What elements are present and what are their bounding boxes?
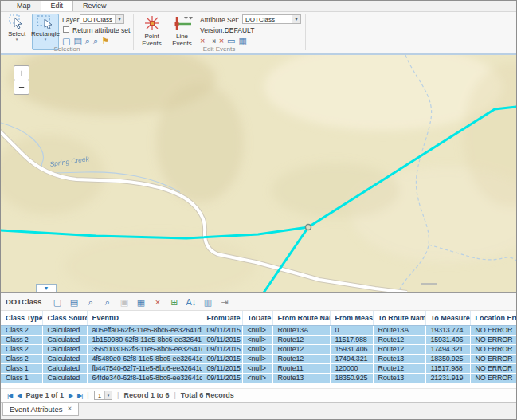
chevron-down-icon[interactable]: ▾: [115, 15, 123, 23]
table-row[interactable]: Class 2Calculated1b159980-62f8-11e5-8bc6…: [1, 335, 516, 344]
table-cell[interactable]: 0: [330, 325, 373, 335]
column-header[interactable]: To Measure: [425, 311, 470, 325]
previous-page-button[interactable]: ◀: [17, 392, 21, 399]
layer-select[interactable]: DOTClass ▾: [80, 14, 124, 24]
column-header[interactable]: ToDate: [242, 311, 272, 325]
table-cell[interactable]: Class 2: [1, 344, 42, 354]
tab-edit[interactable]: Edit: [41, 0, 74, 11]
table-cell[interactable]: <null>: [242, 354, 272, 363]
event-attributes-tab[interactable]: Event Attributes ✕: [2, 403, 79, 416]
selection-list-icon[interactable]: ▤: [73, 36, 81, 45]
table-cell[interactable]: Class 2: [1, 335, 42, 344]
trim-event-icon[interactable]: ×: [219, 36, 224, 45]
table-cell[interactable]: Route13A: [373, 325, 425, 335]
table-cell[interactable]: 356c0030-62f8-11e5-8bc6-ee32641d5ec9: [87, 344, 202, 354]
pan-to-selected-icon[interactable]: ⌕: [100, 295, 115, 309]
table-cell[interactable]: NO ERROR: [470, 335, 516, 344]
route-junction-marker[interactable]: [306, 225, 311, 230]
table-cell[interactable]: NO ERROR: [470, 373, 516, 383]
table-cell[interactable]: <null>: [242, 344, 272, 354]
close-tab-icon[interactable]: ✕: [68, 406, 72, 412]
table-cell[interactable]: Route13: [373, 373, 425, 383]
table-cell[interactable]: Class 2: [1, 325, 42, 335]
pan-to-selection-icon[interactable]: ⌕: [93, 36, 98, 45]
table-cell[interactable]: 09/11/2015: [202, 344, 242, 354]
last-page-button[interactable]: ▶|: [77, 392, 82, 399]
zoom-out-button[interactable]: −: [14, 80, 29, 95]
table-cell[interactable]: NO ERROR: [470, 325, 516, 335]
table-cell[interactable]: <null>: [242, 325, 272, 335]
column-header[interactable]: To Route Name: [373, 311, 425, 325]
table-cell[interactable]: Calculated: [42, 363, 87, 373]
table-cell[interactable]: 18350.925: [330, 373, 373, 383]
table-cell[interactable]: Route12: [373, 335, 425, 344]
table-cell[interactable]: NO ERROR: [470, 363, 516, 373]
first-page-button[interactable]: |◀: [7, 392, 12, 399]
table-cell[interactable]: 1b159980-62f8-11e5-8bc6-ee32641d5ec9: [87, 335, 202, 344]
return-attribute-set-checkbox[interactable]: [63, 26, 69, 33]
attribute-window-icon[interactable]: ▭: [227, 36, 235, 45]
split-event-icon[interactable]: ⇥: [208, 36, 215, 45]
table-cell[interactable]: 64fde340-62f8-11e5-8bc6-ee32641d5ec9: [87, 373, 202, 383]
attribute-set-select[interactable]: DOTClass ▾: [242, 14, 301, 24]
table-cell[interactable]: <null>: [242, 335, 272, 344]
table-cell[interactable]: Calculated: [42, 335, 87, 344]
table-cell[interactable]: 4f5489e0-62f8-11e5-8bc6-ee32641d5ec9: [87, 354, 202, 363]
table-cell[interactable]: <null>: [242, 373, 272, 383]
extent-icon[interactable]: ⇥: [217, 295, 232, 309]
table-cell[interactable]: NO ERROR: [470, 344, 516, 354]
table-cell[interactable]: Class 1: [1, 363, 42, 373]
table-cell[interactable]: 15931.406: [330, 344, 373, 354]
tab-review[interactable]: Review: [73, 0, 116, 11]
table-cell[interactable]: Route12: [272, 354, 330, 363]
table-cell[interactable]: 11517.988: [330, 335, 373, 344]
table-cell[interactable]: 09/11/2015: [202, 354, 242, 363]
clear-selection-icon[interactable]: ×: [150, 295, 165, 309]
table-cell[interactable]: Calculated: [42, 344, 87, 354]
delete-event-icon[interactable]: ×: [200, 36, 205, 45]
table-cell[interactable]: 17494.321: [425, 344, 470, 354]
save-icon[interactable]: ▣: [116, 295, 131, 309]
chevron-down-icon[interactable]: ▾: [104, 391, 112, 399]
table-cell[interactable]: <null>: [242, 363, 272, 373]
column-header[interactable]: Class Source: [42, 311, 87, 325]
table-cell[interactable]: Calculated: [42, 373, 87, 383]
show-attributes-icon[interactable]: ▥: [200, 295, 215, 309]
column-header[interactable]: Location Error: [470, 311, 516, 325]
table-cell[interactable]: 17494.321: [330, 354, 373, 363]
table-row[interactable]: Class 2Calculateda05effa0-62f8-11e5-8bc6…: [1, 325, 516, 335]
table-cell[interactable]: 09/11/2015: [202, 363, 242, 373]
table-cell[interactable]: fb447540-62f7-11e5-8bc6-ee32641d5ec9: [87, 363, 202, 373]
table-cell[interactable]: 11517.988: [425, 363, 470, 373]
options-list-icon[interactable]: ▤: [66, 295, 81, 309]
chevron-down-icon[interactable]: ▾: [292, 15, 300, 23]
column-header[interactable]: From Measure: [330, 311, 373, 325]
table-row[interactable]: Class 2Calculated4f5489e0-62f8-11e5-8bc6…: [1, 354, 516, 363]
tab-map[interactable]: Map: [7, 0, 41, 11]
zoom-to-selection-icon[interactable]: ⌕: [85, 36, 90, 45]
table-row[interactable]: Class 1Calculatedfb447540-62f7-11e5-8bc6…: [1, 363, 516, 373]
column-header[interactable]: From Route Name: [272, 311, 330, 325]
table-cell[interactable]: 15931.406: [425, 335, 470, 344]
table-row[interactable]: Class 2Calculated356c0030-62f8-11e5-8bc6…: [1, 344, 516, 354]
table-cell[interactable]: Route12: [272, 344, 330, 354]
table-row[interactable]: Class 1Calculated64fde340-62f8-11e5-8bc6…: [1, 373, 516, 383]
sort-icon[interactable]: A↓: [183, 295, 198, 309]
map-canvas[interactable]: Spring Creek: [1, 55, 516, 292]
column-header[interactable]: EventID: [87, 311, 202, 325]
zoom-in-button[interactable]: +: [14, 65, 29, 80]
next-page-button[interactable]: ▶: [69, 392, 72, 399]
table-cell[interactable]: Route12: [373, 363, 425, 373]
table-cell[interactable]: Class 1: [1, 373, 42, 383]
table-cell[interactable]: Calculated: [42, 354, 87, 363]
table-cell[interactable]: NO ERROR: [470, 354, 516, 363]
zoom-to-selected-icon[interactable]: ⌕: [83, 295, 98, 309]
table-cell[interactable]: Route11: [272, 363, 330, 373]
map-viewport[interactable]: Spring Creek + − ▼: [1, 53, 516, 293]
table-cell[interactable]: Route13A: [272, 325, 330, 335]
select-menu-icon[interactable]: ▢: [49, 295, 65, 309]
table-cell[interactable]: 09/11/2015: [202, 325, 242, 335]
table-cell[interactable]: 21231.919: [425, 373, 470, 383]
table-cell[interactable]: 09/11/2015: [202, 335, 242, 344]
select-features-icon[interactable]: ▢: [62, 36, 70, 45]
